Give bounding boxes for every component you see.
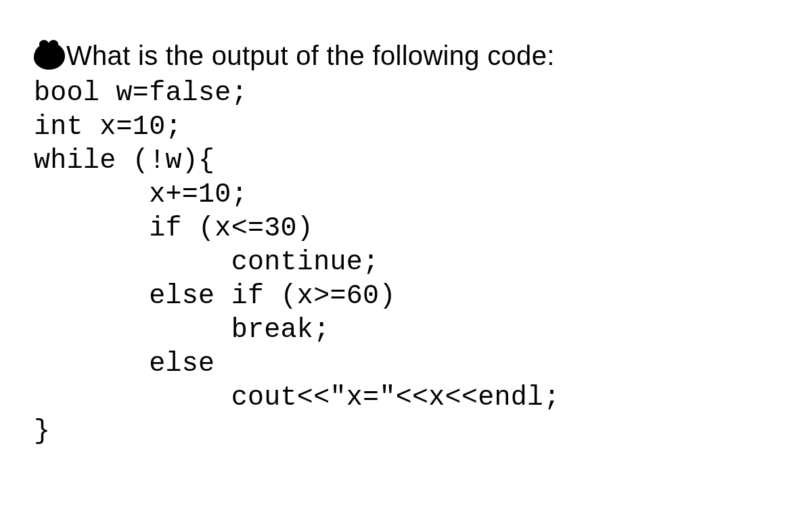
- question-container: What is the output of the following code…: [34, 41, 778, 449]
- code-line: else: [34, 349, 215, 379]
- code-line: x+=10;: [34, 179, 248, 210]
- code-line: cout<<"x="<<x<<endl;: [34, 382, 560, 413]
- code-line: if (x<=30): [34, 213, 313, 244]
- code-line: bool w=false;: [34, 78, 248, 108]
- cloud-bullet-icon: [34, 43, 65, 70]
- code-line: else if (x>=60): [34, 281, 396, 311]
- code-line: int x=10;: [34, 112, 182, 142]
- code-line: }: [34, 416, 50, 447]
- code-block: bool w=false; int x=10; while (!w){ x+=1…: [34, 76, 778, 449]
- question-text: What is the output of the following code…: [66, 41, 555, 71]
- question-heading-row: What is the output of the following code…: [34, 41, 778, 71]
- code-line: break;: [34, 315, 330, 345]
- code-line: while (!w){: [34, 146, 215, 176]
- code-line: continue;: [34, 247, 379, 277]
